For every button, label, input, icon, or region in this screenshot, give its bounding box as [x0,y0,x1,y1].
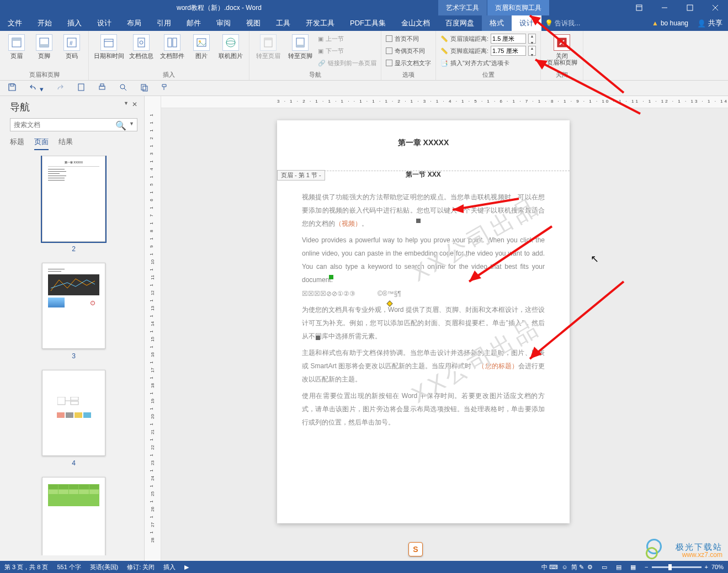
docinfo-button[interactable]: 文档信息 [127,33,155,59]
tab-tools[interactable]: 工具 [268,15,298,31]
spinner-icon[interactable]: ▲▼ [528,46,536,56]
search-dropdown-icon[interactable]: ▼ [129,121,134,126]
zoom-in-icon[interactable]: + [705,564,708,570]
datetime-button[interactable]: 日期和时间 [93,33,124,59]
diff-first-checkbox[interactable]: 首页不同 [386,33,431,44]
page[interactable]: 页眉 - 第 1 节 - 第一章 XXXXX 第一节 XXX 视频提供了功能强大… [277,120,570,523]
warning-icon: ▲ [652,19,658,27]
svg-rect-31 [99,86,105,89]
save-icon[interactable] [8,83,17,93]
nav-tab-results[interactable]: 结果 [59,137,73,150]
header-label: 页眉 [10,52,23,59]
user-area[interactable]: ▲bo huang [649,15,692,31]
ribbon-options-icon[interactable] [626,0,652,15]
zoom-out-icon[interactable]: − [645,564,648,570]
minimize-button[interactable] [652,0,677,15]
goto-header-button[interactable]: 转至页眉 [254,33,283,59]
format-painter-icon[interactable] [161,83,169,93]
goto-footer-button[interactable]: 转至页脚 [286,33,315,59]
symbol-line[interactable]: ☒☒☒☒⊘⊘①②③©®™§¶ [277,286,570,301]
new-icon[interactable] [77,83,86,93]
insert-align-label: 插入"对齐方式"选项卡 [450,59,509,67]
p1b: （视频） [335,220,362,227]
tab-file[interactable]: 文件 [0,15,30,31]
view-web-icon[interactable]: ▦ [630,564,636,571]
undo-icon[interactable]: ▾ [29,83,44,93]
ime-status[interactable]: 中 ⌨ ☺ 简 ✎ ⚙ [541,563,593,571]
insert-align-tab-button[interactable]: 📑 插入"对齐方式"选项卡 [440,57,536,68]
tab-pdf[interactable]: PDF工具集 [342,15,394,31]
tab-format[interactable]: 格式 [482,15,512,31]
ime-badge[interactable]: S [408,542,423,556]
header-button[interactable]: 页眉 [4,33,29,59]
zoom-slider[interactable] [652,566,702,568]
onlinepic-label: 联机图片 [219,52,243,59]
view-print-icon[interactable]: ▤ [616,564,621,571]
close-window-button[interactable] [703,0,728,15]
header-top-input[interactable] [491,34,526,44]
tab-developer[interactable]: 开发工具 [298,15,342,31]
tab-insert[interactable]: 插入 [60,15,89,31]
macro-icon[interactable]: ▶ [184,564,189,571]
next-section-button[interactable]: ▣ 下一节 [318,45,376,56]
tab-view[interactable]: 视图 [238,15,268,31]
thumb-page-4[interactable]: 4 [10,370,137,467]
tell-me[interactable]: 💡 告诉我... [545,15,580,31]
maximize-button[interactable] [677,0,703,15]
nav-dropdown-icon[interactable]: ▼ [124,100,129,106]
link-prev-button[interactable]: 🔗 链接到前一条页眉 [318,57,376,68]
tab-hf-design[interactable]: 设计 [512,15,541,31]
user-name: bo huang [661,19,688,27]
header-zone[interactable]: 页眉 - 第 1 节 - [277,120,570,171]
thumb-page-2[interactable]: 第一章 XXXXX▬▬▬▬▬▬▬▬▬▬▬▬▬▬▬▬▬▬▬▬▬▬▬▬▬▬▬▬▬▬▬… [10,156,137,253]
share-button[interactable]: 👤共享 [692,15,728,31]
footer-bot-input[interactable] [491,46,526,56]
body-text-2[interactable]: 为使您的文档具有专业外观，Word 提供了页眉、页脚、封面和文本框设计，这些设计… [277,301,570,429]
tab-baidu[interactable]: 百度网盘 [438,15,482,31]
redo-icon[interactable] [56,83,65,93]
page-number-button[interactable]: #页码 [60,33,84,59]
quickparts-button[interactable]: 文档部件 [158,33,186,59]
tab-home[interactable]: 开始 [30,15,60,31]
zoom-level[interactable]: 70% [711,564,724,570]
status-track[interactable]: 修订: 关闭 [127,563,155,571]
context-tab-header-footer[interactable]: 页眉和页脚工具 [487,0,549,15]
nav-tab-pages[interactable]: 页面 [34,137,49,150]
tab-review[interactable]: 审阅 [209,15,238,31]
footer-button[interactable]: 页脚 [32,33,56,59]
close-hf-button[interactable]: 关闭页眉和页脚 [545,33,578,66]
tab-wps[interactable]: 金山文档 [394,15,438,31]
svg-rect-9 [40,44,49,47]
show-doc-checkbox[interactable]: 显示文档文字 [386,57,431,68]
tab-references[interactable]: 引用 [149,15,179,31]
context-tab-wordart[interactable]: 艺术字工具 [438,0,487,15]
nav-close-icon[interactable]: ✕ [132,100,137,108]
horizontal-ruler[interactable]: 3 · 1 · 2 · 1 · 1 · 1 · · 1 · 1 · 1 · 2 … [161,96,728,108]
spinner-icon[interactable]: ▲▼ [528,34,536,44]
preview-icon[interactable] [119,83,127,93]
status-words[interactable]: 551 个字 [57,563,81,571]
diff-odd-checkbox[interactable]: 奇偶页不同 [386,45,431,56]
tab-mailings[interactable]: 邮件 [179,15,209,31]
view-read-icon[interactable]: ▭ [602,564,607,571]
nav-tab-headings[interactable]: 标题 [10,137,24,150]
body-text[interactable]: 视频提供了功能强大的方法帮助您证明您的观点。当您单击联机视频时，可以在想要添加的… [277,179,570,286]
prev-section-button[interactable]: ▣ 上一节 [318,33,376,44]
tab-layout[interactable]: 布局 [119,15,149,31]
search-icon[interactable]: 🔍 [115,120,126,131]
status-lang[interactable]: 英语(美国) [90,563,118,571]
vertical-ruler[interactable]: 1112131415161718191101111121131141151161… [145,96,161,561]
thumb-page-5[interactable] [10,477,137,555]
print-icon[interactable] [98,83,107,93]
checkbox-icon [386,35,392,42]
next-label: 下一节 [326,47,344,55]
status-insert[interactable]: 插入 [163,563,176,571]
picture-button[interactable]: 图片 [189,33,214,59]
document-canvas[interactable]: 页眉 - 第 1 节 - 第一章 XXXXX 第一节 XXX 视频提供了功能强大… [161,108,728,561]
zoom-control[interactable]: − + 70% [645,564,724,570]
online-picture-button[interactable]: 联机图片 [217,33,245,59]
tab-design[interactable]: 设计 [89,15,119,31]
thumb-page-3[interactable]: ▬▬▬▬▬▬▬▬▬▬▬▬▬▬▬▬▬▬!3 [10,263,137,360]
status-page[interactable]: 第 3 页，共 8 页 [4,563,48,571]
paste-icon[interactable] [140,83,148,93]
